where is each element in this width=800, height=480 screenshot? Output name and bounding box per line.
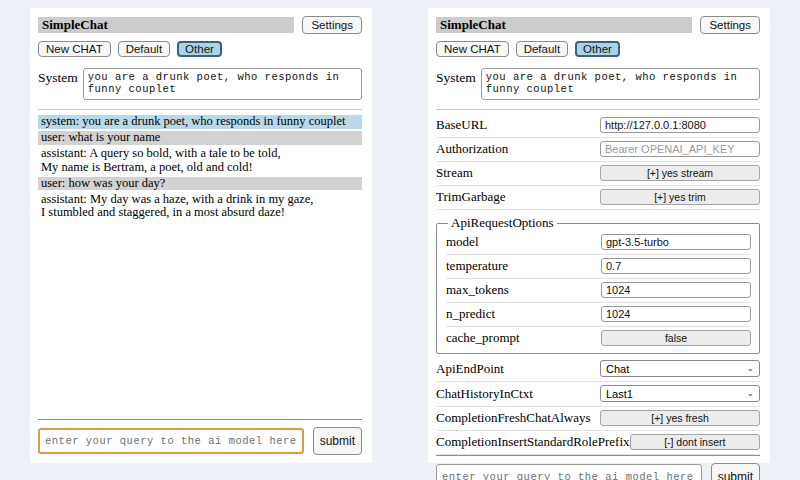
completionfreshchatalways-label: CompletionFreshChatAlways [436, 410, 591, 426]
chathistoryinctxt-select[interactable]: Last1 ⌄ [600, 385, 760, 402]
setting-row-apiendpoint: ApiEndPoint Chat ⌄ [436, 357, 760, 382]
title-row: SimpleChat Settings [436, 17, 760, 34]
title-row: SimpleChat Settings [38, 17, 362, 34]
setting-row-chathistoryinctxt: ChatHistoryInCtxt Last1 ⌄ [436, 382, 760, 407]
apiendpoint-selected-value: Chat [606, 363, 629, 375]
setting-row-stream: Stream [+] yes stream [436, 162, 760, 186]
setting-row-completionfreshchatalways: CompletionFreshChatAlways [+] yes fresh [436, 407, 760, 431]
tab-new-chat[interactable]: New CHAT [38, 41, 111, 57]
system-label: System [436, 68, 476, 100]
baseurl-label: BaseURL [436, 117, 487, 133]
app-title: SimpleChat [436, 17, 692, 33]
setting-row-trimgarbage: TrimGarbage [+] yes trim [436, 186, 760, 210]
setting-row-completioninsertstandardroleprefix: CompletionInsertStandardRolePrefix [-] d… [436, 431, 760, 455]
apiendpoint-label: ApiEndPoint [436, 361, 504, 377]
trimgarbage-label: TrimGarbage [436, 189, 506, 205]
setting-row-max-tokens: max_tokens [446, 279, 751, 303]
message-user: user: how was your day? [38, 177, 362, 191]
system-prompt-textarea[interactable] [481, 68, 760, 100]
authorization-label: Authorization [436, 141, 508, 157]
n-predict-input[interactable] [601, 306, 751, 322]
stream-toggle-button[interactable]: [+] yes stream [600, 165, 760, 181]
system-prompt-textarea[interactable] [83, 68, 362, 100]
chat-empty-space [38, 222, 362, 419]
completionfreshchatalways-toggle-button[interactable]: [+] yes fresh [600, 410, 760, 426]
tab-default[interactable]: Default [516, 41, 568, 57]
chathistoryinctxt-selected-value: Last1 [606, 388, 633, 400]
settings-button[interactable]: Settings [302, 16, 362, 34]
model-label: model [446, 234, 479, 250]
setting-row-temperature: temperature [446, 255, 751, 279]
message-assistant: assistant: A query so bold, with a tale … [38, 147, 362, 174]
setting-row-baseurl: BaseURL [436, 114, 760, 138]
setting-row-model: model [446, 231, 751, 255]
apiendpoint-select[interactable]: Chat ⌄ [600, 360, 760, 377]
cache-prompt-toggle-button[interactable]: false [601, 330, 751, 346]
footer-divider [38, 419, 362, 420]
query-row: submit [436, 463, 760, 480]
stream-label: Stream [436, 165, 473, 181]
tab-other[interactable]: Other [575, 41, 620, 57]
footer-divider [436, 455, 760, 456]
api-request-options-fieldset: ApiRequestOptions model temperature max_… [436, 215, 760, 354]
session-tabs: New CHAT Default Other [38, 41, 362, 57]
tab-new-chat[interactable]: New CHAT [436, 41, 509, 57]
settings-button[interactable]: Settings [700, 16, 760, 34]
message-system: system: you are a drunk poet, who respon… [38, 115, 362, 129]
query-input[interactable] [436, 464, 702, 480]
header-divider [436, 109, 760, 110]
chevron-down-icon: ⌄ [746, 389, 754, 398]
chathistoryinctxt-label: ChatHistoryInCtxt [436, 386, 533, 402]
session-tabs: New CHAT Default Other [436, 41, 760, 57]
max-tokens-input[interactable] [601, 282, 751, 298]
system-label: System [38, 68, 78, 100]
query-row: submit [38, 427, 362, 455]
max-tokens-label: max_tokens [446, 282, 509, 298]
app-title: SimpleChat [38, 17, 294, 33]
chat-messages: system: you are a drunk poet, who respon… [38, 115, 362, 222]
chevron-down-icon: ⌄ [746, 364, 754, 373]
settings-panel: SimpleChat Settings New CHAT Default Oth… [428, 8, 770, 463]
temperature-label: temperature [446, 258, 508, 274]
authorization-input[interactable] [600, 141, 760, 157]
message-user: user: what is your name [38, 131, 362, 145]
submit-button[interactable]: submit [711, 463, 760, 480]
header-divider [38, 109, 362, 110]
api-request-options-legend: ApiRequestOptions [448, 215, 557, 231]
setting-row-n-predict: n_predict [446, 303, 751, 327]
system-prompt-row: System [436, 68, 760, 100]
baseurl-input[interactable] [600, 117, 760, 133]
completioninsertstandardroleprefix-label: CompletionInsertStandardRolePrefix [436, 434, 630, 450]
setting-row-cache-prompt: cache_prompt false [446, 327, 751, 350]
tab-default[interactable]: Default [118, 41, 170, 57]
system-prompt-row: System [38, 68, 362, 100]
chat-panel: SimpleChat Settings New CHAT Default Oth… [30, 8, 372, 463]
completioninsertstandardroleprefix-toggle-button[interactable]: [-] dont insert [630, 434, 760, 450]
trimgarbage-toggle-button[interactable]: [+] yes trim [600, 189, 760, 205]
cache-prompt-label: cache_prompt [446, 330, 520, 346]
setting-row-authorization: Authorization [436, 138, 760, 162]
tab-other[interactable]: Other [177, 41, 222, 57]
n-predict-label: n_predict [446, 306, 495, 322]
query-input[interactable] [38, 428, 304, 454]
temperature-input[interactable] [601, 258, 751, 274]
submit-button[interactable]: submit [313, 427, 362, 455]
model-input[interactable] [601, 234, 751, 250]
message-assistant: assistant: My day was a haze, with a dri… [38, 193, 362, 220]
